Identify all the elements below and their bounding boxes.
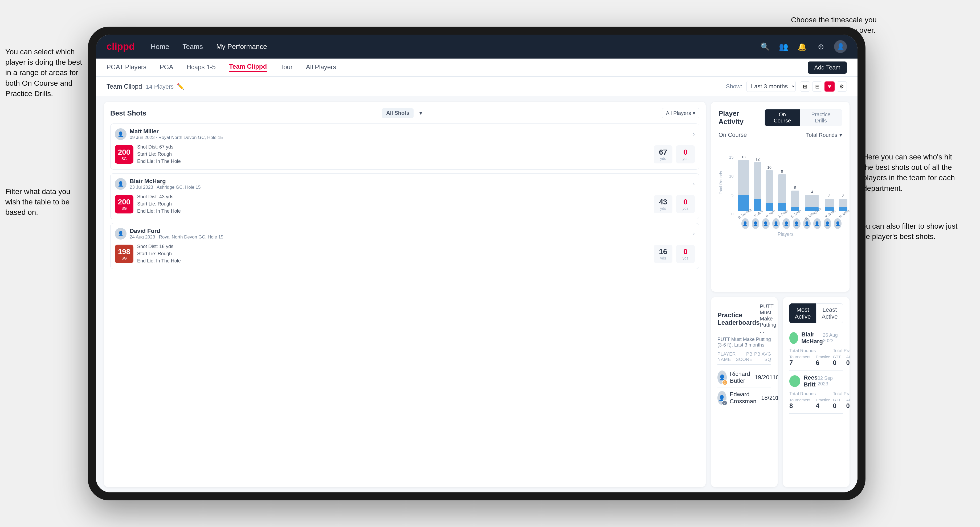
x-axis-label: Players — [729, 232, 842, 237]
apc-header-1: Blair McHarg 26 Aug 2023 — [789, 331, 843, 345]
view-heart-btn[interactable]: ♥ — [824, 81, 835, 92]
show-row: Show: Last 3 months Last month Last 6 mo… — [726, 81, 847, 92]
add-team-button[interactable]: Add Team — [808, 62, 847, 74]
subnav-team-clippd[interactable]: Team Clippd — [229, 63, 267, 72]
bar-group: 13B. McHarg — [736, 155, 751, 216]
subnav-hcaps[interactable]: Hcaps 1-5 — [187, 63, 216, 72]
tab-most-active[interactable]: Most Active — [789, 303, 816, 323]
chevron-right-icon-3: › — [693, 230, 695, 237]
tab-all-shots-2[interactable]: ▾ — [415, 108, 426, 118]
subnav-all-players[interactable]: All Players — [306, 63, 336, 72]
shot-card-3-body: 198 SG Shot Dist: 16 yds Start Lie: Roug… — [115, 243, 695, 265]
lb-table-header: PLAYER NAME PB SCORE PB AVG SQ — [718, 352, 771, 365]
lb-col-pb-avg: PB AVG SQ — [752, 352, 771, 362]
bar-group: 9J. Coles — [776, 155, 788, 216]
bar-group: 4G. Billingham — [803, 155, 822, 216]
shot-stat-3a: 16 yds — [654, 245, 673, 263]
shot-player-name-2: Blair McHarg — [130, 178, 693, 185]
shot-badge-1: 200 SG — [115, 145, 134, 163]
apc-name-1: Blair McHarg — [801, 331, 823, 345]
shot-stat-1b: 0 yds — [676, 145, 695, 163]
bottom-left-grid: Practice Leaderboards PUTT Must Make Put… — [711, 297, 850, 487]
practice-drills-toggle[interactable]: Practice Drills — [800, 110, 842, 126]
shot-card-1[interactable]: 👤 Matt Miller 09 Jun 2023 · Royal North … — [110, 124, 699, 170]
player-avatar-2: 👤 — [751, 218, 760, 229]
edit-icon[interactable]: ✏️ — [177, 83, 184, 90]
apc-avatar-1 — [789, 332, 798, 344]
player-activity-panel: Player Activity On Course Practice Drill… — [711, 102, 850, 292]
team-name: Team Clippd 14 Players — [107, 83, 173, 90]
player-avatar-1: 👤 — [741, 218, 749, 229]
plus-circle-icon[interactable]: ⊕ — [815, 41, 826, 52]
panel-title: Player Activity — [719, 110, 765, 126]
tab-least-active[interactable]: Least Active — [816, 303, 843, 323]
shot-avatar-1: 👤 — [115, 128, 126, 140]
lb-avatar-2: 👤 2 — [718, 391, 727, 405]
apc-date-1: 26 Aug 2023 — [823, 332, 843, 344]
nav-my-performance[interactable]: My Performance — [216, 43, 267, 51]
all-players-filter[interactable]: All Players ▾ — [662, 108, 699, 118]
search-icon[interactable]: 🔍 — [759, 41, 770, 52]
tablet-frame: clippd Home Teams My Performance 🔍 👥 🔔 ⊕… — [88, 27, 865, 500]
bar-group: 3M. Miller — [837, 155, 849, 216]
show-select[interactable]: Last 3 months Last month Last 6 months L… — [746, 81, 796, 92]
shot-badge-num-3: 198 — [118, 248, 130, 256]
nav-teams[interactable]: Teams — [182, 43, 203, 51]
shot-badge-label-3: SG — [121, 256, 127, 260]
apc-stat-tournament-2: Tournament 8 — [789, 398, 810, 410]
subnav-pga[interactable]: PGA — [160, 63, 173, 72]
team-name-area: Team Clippd 14 Players ✏️ — [107, 83, 184, 90]
active-player-2: Rees Britt 02 Sep 2023 Total Rounds Tour… — [789, 370, 843, 414]
shot-player-name-1: Matt Miller — [130, 128, 693, 135]
show-label: Show: — [726, 83, 742, 90]
nav-home[interactable]: Home — [151, 43, 169, 51]
shot-card-1-body: 200 SG Shot Dist: 67 yds Start Lie: Roug… — [115, 143, 695, 165]
chart-header: On Course Total Rounds ▾ — [719, 132, 842, 138]
shot-card-2-header: 👤 Blair McHarg 23 Jul 2023 · Ashridge GC… — [115, 178, 695, 190]
shot-player-detail-3: 24 Aug 2023 · Royal North Devon GC, Hole… — [130, 235, 693, 240]
team-header: Team Clippd 14 Players ✏️ Show: Last 3 m… — [96, 77, 858, 96]
apc-stat-practice-1: Practice 6 — [816, 354, 830, 367]
shot-badge-label-1: SG — [121, 157, 127, 161]
view-sliders-btn[interactable]: ⚙ — [837, 81, 847, 92]
toggle-group: On Course Practice Drills — [765, 109, 842, 126]
lb-score-2: 18/20 — [761, 394, 776, 402]
bar — [839, 199, 848, 211]
apc-stat-group-1b: Total Practice Activities GTT 0 APP — [833, 348, 850, 367]
view-grid2-btn[interactable]: ⊞ — [800, 81, 810, 92]
shot-stat-2a: 43 yds — [654, 195, 673, 213]
apc-stats-1: Total Rounds Tournament 7 Practice — [789, 348, 843, 367]
shot-avatar-3: 👤 — [115, 228, 126, 240]
chart-filter[interactable]: Total Rounds ▾ — [806, 132, 842, 138]
panel-header: Player Activity On Course Practice Drill… — [719, 109, 842, 126]
bell-icon[interactable]: 🔔 — [797, 41, 807, 52]
user-avatar[interactable]: 👤 — [834, 40, 847, 53]
chart-area: Total Rounds 15 10 5 0 13B. McHarg12R. B… — [719, 141, 842, 237]
subnav-tour[interactable]: Tour — [280, 63, 293, 72]
navbar-actions: 🔍 👥 🔔 ⊕ 👤 — [759, 40, 847, 53]
apc-stats-2: Total Rounds Tournament 8 Practice — [789, 391, 843, 410]
bar — [825, 199, 834, 211]
active-player-1: Blair McHarg 26 Aug 2023 Total Rounds To… — [789, 327, 843, 370]
bar — [754, 162, 761, 211]
bar-chart: 15 10 5 0 13B. McHarg12R. Britt10D. Ford… — [729, 141, 842, 216]
lb-filter-dropdown[interactable]: PUTT Must Make Putting ... ▾ — [760, 303, 778, 334]
apc-date-2: 02 Sep 2023 — [818, 376, 843, 387]
shot-card-3[interactable]: 👤 David Ford 24 Aug 2023 · Royal North D… — [110, 223, 699, 269]
tab-all-shots[interactable]: All Shots — [382, 108, 414, 118]
lb-rank-avatar-1: 👤 1 Richard Butler — [718, 370, 755, 384]
shot-badge-num-1: 200 — [118, 148, 130, 157]
lb-col-pb-score: PB SCORE — [736, 352, 752, 362]
annotation-filter: Filter what data you wish the table to b… — [5, 186, 83, 218]
player-avatar-8: 👤 — [813, 218, 822, 229]
shot-badge-3: 198 SG — [115, 244, 134, 263]
users-icon[interactable]: 👥 — [778, 41, 789, 52]
shot-card-2[interactable]: 👤 Blair McHarg 23 Jul 2023 · Ashridge GC… — [110, 173, 699, 219]
apc-stat-group-1a: Total Rounds Tournament 7 Practice — [789, 348, 830, 367]
annotation-player-select: You can select which player is doing the… — [5, 46, 83, 99]
bar-group: 5E. Ebert — [789, 155, 801, 216]
view-grid-btn[interactable]: ⊟ — [812, 81, 822, 92]
shot-info-3: Shot Dist: 16 yds Start Lie: Rough End L… — [137, 243, 650, 265]
on-course-toggle[interactable]: On Course — [765, 110, 800, 126]
subnav-pgat-players[interactable]: PGAT Players — [107, 63, 146, 72]
